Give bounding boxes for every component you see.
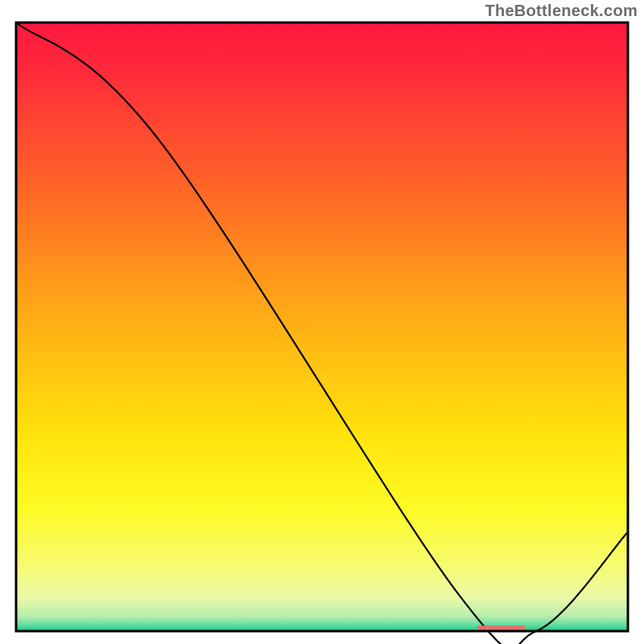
heat-background <box>16 23 628 631</box>
bottleneck-chart: TheBottleneck.com <box>0 0 644 644</box>
plot-svg <box>0 0 644 644</box>
optimal-marker <box>477 625 525 630</box>
plot-area <box>16 23 628 644</box>
